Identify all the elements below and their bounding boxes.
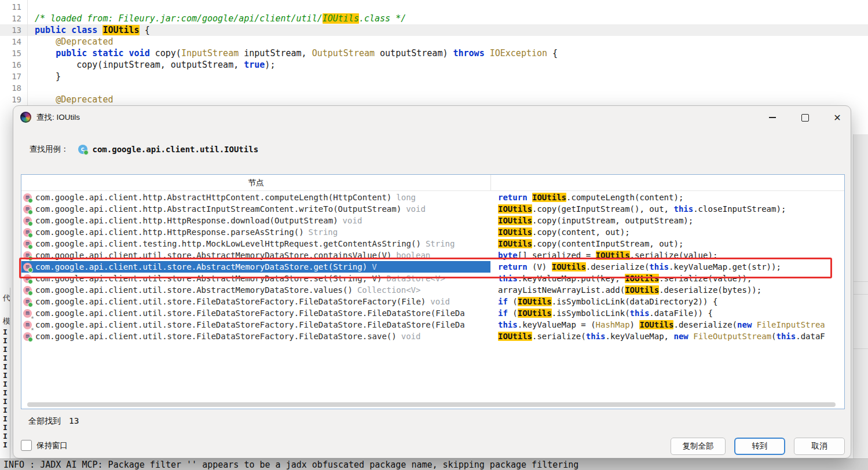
method-icon: m xyxy=(23,286,32,295)
node-cell[interactable]: mcom.google.api.client.util.store.FileDa… xyxy=(21,319,490,331)
goto-button[interactable]: 转到 xyxy=(734,438,785,455)
highlighted-token: IOUtils xyxy=(552,262,586,271)
usage-code-cell[interactable]: return (V) IOUtils.deserialize(this.keyV… xyxy=(490,261,844,273)
code-token: .keyValueMap.put(key, xyxy=(518,274,625,283)
highlighted-token: IOUtils xyxy=(532,193,566,202)
usage-code-cell[interactable]: return IOUtils.computeLength(content); xyxy=(490,192,844,203)
side-tab[interactable]: 代 xyxy=(3,293,13,303)
table-row[interactable]: mcom.google.api.client.http.AbstractInpu… xyxy=(21,203,844,215)
usage-code-cell[interactable]: this.keyValueMap = (HashMap) IOUtils.des… xyxy=(490,319,844,331)
node-cell[interactable]: mcom.google.api.client.http.HttpResponse… xyxy=(21,226,490,238)
usage-label: 查找用例： xyxy=(30,144,69,155)
dialog-titlebar[interactable]: 查找: IOUtils ✕ xyxy=(13,106,851,129)
code-token: this xyxy=(649,262,669,271)
node-cell[interactable]: mcom.google.api.client.util.store.Abstra… xyxy=(21,273,490,284)
code-line: copy(inputStream, outputStream, true); xyxy=(0,59,868,71)
code-token: @Deprecated xyxy=(56,94,113,105)
node-name: com.google.api.client.http.HttpResponse.… xyxy=(35,215,338,226)
table-row[interactable]: mcom.google.api.client.util.store.FileDa… xyxy=(21,331,844,342)
code-token: .serialize(value); xyxy=(630,251,718,260)
code-token: .keyValueMap, xyxy=(605,332,673,341)
horizontal-scrollbar[interactable] xyxy=(27,402,836,407)
log-line-clipped: I xyxy=(3,397,11,406)
table-row[interactable]: mcom.google.api.client.http.HttpResponse… xyxy=(21,215,844,226)
maximize-button[interactable] xyxy=(796,109,814,126)
usage-code-cell[interactable]: IOUtils.copy(content, out); xyxy=(490,226,844,238)
node-name: com.google.api.client.http.AbstractInput… xyxy=(35,203,401,215)
table-row[interactable]: mcom.google.api.client.util.store.FileDa… xyxy=(21,296,844,307)
minimize-button[interactable] xyxy=(764,109,781,126)
keep-window-checkbox[interactable] xyxy=(21,440,32,451)
usage-code-cell[interactable]: IOUtils.serialize(this.keyValueMap, new … xyxy=(490,331,844,342)
highlighted-token: IOUtils xyxy=(323,13,359,24)
node-cell[interactable]: mcom.google.api.client.util.store.FileDa… xyxy=(21,307,490,319)
code-token: this xyxy=(673,204,693,214)
usage-code-cell[interactable]: arrayListNewArrayList.add(IOUtils.deseri… xyxy=(490,284,844,296)
table-row[interactable]: mcom.google.api.client.http.HttpResponse… xyxy=(21,226,844,238)
method-glyph: m xyxy=(23,263,32,271)
code-token: this xyxy=(630,309,650,318)
node-cell[interactable]: mcom.google.api.client.util.store.Abstra… xyxy=(21,261,490,273)
usage-code-cell[interactable]: IOUtils.copy(inputStream, outputStream); xyxy=(490,215,844,226)
code-token: .serialize(value)); xyxy=(659,274,752,283)
method-icon: m xyxy=(23,263,32,271)
node-cell[interactable]: mcom.google.api.client.util.store.FileDa… xyxy=(21,331,490,342)
usage-code-cell[interactable]: IOUtils.copy(getInputStream(), out, this… xyxy=(490,203,844,215)
code-token: { xyxy=(140,25,150,35)
gutter-divider xyxy=(27,0,28,105)
log-lines-clipped: IIIIIIIIIIIIII xyxy=(3,328,11,449)
code-token: new xyxy=(737,320,752,329)
table-row[interactable]: mcom.google.api.client.testing.http.Mock… xyxy=(21,238,844,249)
code-token: ) xyxy=(630,320,640,329)
code-token xyxy=(35,36,56,47)
node-cell[interactable]: mcom.google.api.client.http.AbstractHttp… xyxy=(21,192,490,203)
code-token: .computeLength(content); xyxy=(566,193,683,202)
close-icon[interactable]: ✕ xyxy=(829,109,846,126)
node-cell[interactable]: mcom.google.api.client.testing.http.Mock… xyxy=(21,238,490,249)
found-count: 13 xyxy=(69,416,79,425)
node-column-header[interactable]: 节点 xyxy=(21,175,491,190)
return-type: void xyxy=(401,331,421,342)
table-row[interactable]: mcom.google.api.client.util.store.FileDa… xyxy=(21,319,844,331)
node-cell[interactable]: mcom.google.api.client.util.store.Abstra… xyxy=(21,249,490,261)
line-number: 12 xyxy=(0,13,27,24)
usage-code-cell[interactable]: this.keyValueMap.put(key, IOUtils.serial… xyxy=(490,273,844,284)
code-token: arrayListNewArrayList.add( xyxy=(498,285,625,295)
code-token: .class */ xyxy=(359,13,406,24)
method-glyph: m xyxy=(23,286,32,295)
code-area[interactable]: /* loaded from: Fileury.jar:com/google/a… xyxy=(0,1,868,105)
usage-code-cell[interactable]: if (IOUtils.isSymbolicLink(dataDirectory… xyxy=(490,296,844,307)
strip-line xyxy=(854,281,868,282)
table-row[interactable]: mcom.google.api.client.http.AbstractHttp… xyxy=(21,192,844,203)
table-header[interactable]: 节点 xyxy=(21,175,844,191)
table-row[interactable]: mcom.google.api.client.util.store.Abstra… xyxy=(21,273,844,284)
found-label: 全部找到 xyxy=(28,416,61,425)
method-icon: m xyxy=(23,332,32,341)
method-glyph: m xyxy=(23,228,32,237)
table-row[interactable]: mcom.google.api.client.util.store.FileDa… xyxy=(21,307,844,319)
cancel-button[interactable]: 取消 xyxy=(794,438,845,455)
code-token: @Deprecated xyxy=(56,36,113,47)
code-token: this xyxy=(586,332,606,341)
table-row[interactable]: mcom.google.api.client.util.store.Abstra… xyxy=(21,261,844,273)
code-token: outputStream) xyxy=(375,48,453,58)
node-cell[interactable]: mcom.google.api.client.util.store.FileDa… xyxy=(21,296,490,307)
code-token: .deserialize( xyxy=(673,320,737,329)
line-number-gutter: 111213141516171819 xyxy=(0,1,27,105)
usage-code-cell[interactable]: IOUtils.copy(contentInputStream, out); xyxy=(490,238,844,249)
highlighted-token: IOUtils xyxy=(639,320,673,329)
code-token: .copy(inputStream, outputStream); xyxy=(532,216,693,225)
usage-code-cell[interactable]: if (IOUtils.isSymbolicLink(this.dataFile… xyxy=(490,307,844,319)
usage-code-cell[interactable]: byte[] serialized = IOUtils.serialize(va… xyxy=(490,249,844,261)
side-tab[interactable]: 模 xyxy=(3,316,13,326)
node-cell[interactable]: mcom.google.api.client.http.AbstractInpu… xyxy=(21,203,490,215)
node-cell[interactable]: mcom.google.api.client.http.HttpResponse… xyxy=(21,215,490,226)
node-cell[interactable]: mcom.google.api.client.util.store.Abstra… xyxy=(21,284,490,296)
highlighted-token: IOUtils xyxy=(498,239,532,248)
table-row[interactable]: mcom.google.api.client.util.store.Abstra… xyxy=(21,249,844,261)
return-type: void xyxy=(343,215,362,226)
code-token: .serialize( xyxy=(532,332,586,341)
table-row[interactable]: mcom.google.api.client.util.store.Abstra… xyxy=(21,284,844,296)
copy-all-button[interactable]: 复制全部 xyxy=(671,438,726,455)
node-name: com.google.api.client.testing.http.MockL… xyxy=(35,238,421,249)
